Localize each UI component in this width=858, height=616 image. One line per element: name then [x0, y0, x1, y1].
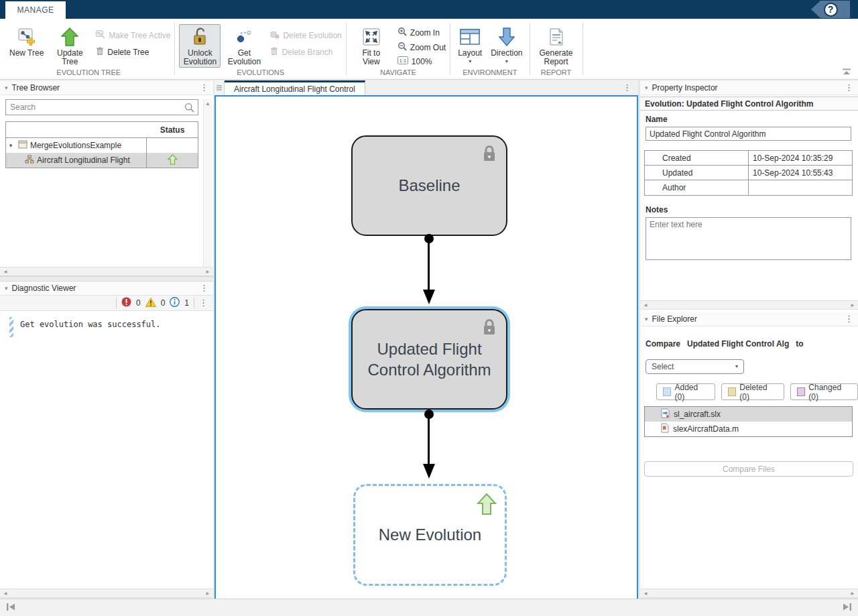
- node-new-evolution[interactable]: New Evolution: [353, 484, 507, 586]
- collapse-panel-icon[interactable]: ▾: [645, 84, 648, 91]
- get-evolution-icon: [236, 27, 252, 47]
- make-tree-active-button[interactable]: Make Tree Active: [96, 30, 170, 41]
- zoom-level-button[interactable]: 1:1 100%: [397, 56, 446, 66]
- document-bar-menu-icon[interactable]: [214, 80, 225, 95]
- update-tree-button[interactable]: Update Tree: [49, 24, 90, 68]
- collapse-panel-icon[interactable]: ▾: [645, 316, 648, 322]
- scroll-left-icon[interactable]: ◄: [643, 591, 648, 597]
- fit-to-view-button[interactable]: Fit to View: [351, 24, 392, 68]
- tree-browser-header: ▾ Tree Browser ⋮: [0, 81, 213, 95]
- diff-filters: Added (0) Deleted (0) Changed (0): [656, 383, 858, 400]
- svg-text:1:1: 1:1: [399, 58, 407, 64]
- search-input[interactable]: [6, 103, 184, 112]
- unlock-evolution-button[interactable]: Unlock Evolution: [179, 24, 221, 68]
- kebab-menu-icon[interactable]: ⋮: [199, 299, 208, 307]
- compare-files-button[interactable]: Compare Files: [644, 461, 853, 477]
- file-row-slx[interactable]: sl_aircraft.slx: [645, 407, 852, 422]
- tree-row-aircraft[interactable]: Aircraft Longitudinal Flight: [6, 153, 198, 168]
- one-to-one-icon: 1:1: [397, 56, 408, 66]
- expand-caret-icon[interactable]: ▾: [6, 142, 15, 149]
- tree-row-label: Aircraft Longitudinal Flight: [37, 156, 130, 165]
- connector-arrowhead: [423, 290, 435, 304]
- tree-row-project[interactable]: ▾ MergeEvolutionsExample: [6, 138, 198, 153]
- compare-select-dropdown[interactable]: Select ▾: [646, 359, 744, 374]
- evolution-canvas[interactable]: Baseline Updated Flight Control Algorith…: [214, 95, 638, 613]
- warning-icon: [145, 298, 156, 309]
- collapse-right-panel-icon[interactable]: [843, 603, 852, 613]
- name-label: Name: [646, 115, 668, 124]
- delete-branch-button[interactable]: Delete Branch: [270, 47, 341, 58]
- zoom-in-button[interactable]: Zoom In: [397, 27, 446, 38]
- message-marker: [9, 317, 13, 337]
- panel-splitter[interactable]: [0, 276, 213, 282]
- collapse-ribbon-button[interactable]: [842, 68, 851, 77]
- kebab-menu-icon[interactable]: ⋮: [845, 84, 853, 92]
- delete-evolution-button[interactable]: Delete Evolution: [270, 30, 341, 41]
- generate-report-button[interactable]: Generate Report: [534, 24, 578, 68]
- status-column-header: Status: [147, 125, 198, 135]
- deleted-swatch: [728, 387, 736, 396]
- tab-manage[interactable]: MANAGE: [5, 1, 66, 19]
- changed-filter-button[interactable]: Changed (0): [790, 383, 858, 400]
- direction-dropdown-button[interactable]: Direction ▾: [488, 24, 525, 65]
- new-tree-button[interactable]: New Tree: [7, 24, 46, 59]
- scroll-left-icon[interactable]: ◄: [3, 591, 8, 597]
- trash-icon: [96, 47, 104, 58]
- unlock-icon: [192, 27, 208, 47]
- scroll-right-icon[interactable]: ►: [205, 591, 210, 597]
- scroll-right-icon[interactable]: ►: [205, 269, 210, 275]
- node-baseline[interactable]: Baseline: [351, 135, 507, 236]
- tab-aircraft-longitudinal-flight-control[interactable]: Aircraft Longitudinal Flight Control: [225, 80, 365, 95]
- info-count: 1: [184, 298, 189, 308]
- delete-tree-button[interactable]: Delete Tree: [96, 47, 170, 58]
- tree-browser-vscrollbar[interactable]: ▲ ▼: [203, 99, 212, 281]
- tree-browser-hscrollbar[interactable]: ◄ ►: [0, 267, 213, 276]
- name-field[interactable]: [646, 127, 851, 141]
- group-label-environment: ENVIRONMENT: [454, 68, 525, 79]
- layout-icon: [460, 27, 480, 47]
- chevron-down-icon: ▾: [469, 60, 471, 64]
- collapse-left-panel-icon[interactable]: [6, 603, 15, 613]
- scroll-right-icon[interactable]: ►: [850, 302, 855, 308]
- collapse-panel-icon[interactable]: ▾: [5, 285, 8, 292]
- added-filter-button[interactable]: Added (0): [656, 383, 715, 400]
- file-name: sl_aircraft.slx: [674, 410, 721, 419]
- bottom-hscrollbar-right[interactable]: ◄ ►: [640, 589, 858, 598]
- collapse-panel-icon[interactable]: ▾: [5, 84, 8, 91]
- scroll-left-icon[interactable]: ◄: [3, 269, 8, 275]
- simulink-model-icon: [661, 408, 670, 420]
- info-icon: [170, 297, 180, 309]
- layout-dropdown-button[interactable]: Layout ▾: [454, 24, 485, 65]
- matlab-file-icon: [661, 423, 669, 435]
- canvas-area: Aircraft Longitudinal Flight Control ⋮ B…: [214, 80, 638, 613]
- right-panel: ▾ Property Inspector ⋮ Evolution: Update…: [640, 81, 858, 589]
- kebab-menu-icon[interactable]: ⋮: [845, 315, 853, 323]
- kebab-menu-icon[interactable]: ⋮: [623, 80, 638, 95]
- tree-table-header: Status: [6, 122, 198, 138]
- added-swatch: [663, 387, 671, 396]
- chevron-down-icon: ▾: [505, 60, 508, 64]
- property-inspector-hscrollbar[interactable]: ◄ ►: [640, 300, 858, 310]
- kebab-menu-icon[interactable]: ⋮: [200, 284, 208, 292]
- status-bar: [0, 599, 858, 616]
- file-row-m[interactable]: slexAircraftData.m: [645, 422, 852, 436]
- bottom-hscrollbar-left[interactable]: ◄ ►: [0, 589, 213, 598]
- help-button[interactable]: ?: [824, 3, 838, 17]
- kebab-menu-icon[interactable]: ⋮: [200, 84, 208, 92]
- notes-field[interactable]: [646, 217, 851, 260]
- zoom-out-button[interactable]: Zoom Out: [397, 42, 446, 53]
- diagnostic-viewer-header: ▾ Diagnostic Viewer ⋮: [0, 282, 213, 296]
- delete-evolution-icon: [270, 30, 280, 41]
- file-name: slexAircraftData.m: [673, 424, 739, 434]
- scroll-left-icon[interactable]: ◄: [643, 302, 648, 308]
- group-label-evolutions: EVOLUTIONS: [179, 68, 341, 79]
- scroll-up-icon[interactable]: ▲: [205, 101, 210, 107]
- group-report: Generate Report REPORT: [530, 19, 583, 79]
- group-environment: Layout ▾ Direction ▾ ENVIRONMENT: [450, 19, 529, 79]
- scroll-right-icon[interactable]: ►: [850, 591, 855, 597]
- zoom-out-icon: [397, 42, 407, 53]
- get-evolution-button[interactable]: Get Evolution: [223, 24, 265, 68]
- node-updated-flight-control-algorithm[interactable]: Updated Flight Control Algorithm: [351, 309, 507, 410]
- property-value[interactable]: [749, 180, 852, 195]
- deleted-filter-button[interactable]: Deleted (0): [721, 383, 784, 400]
